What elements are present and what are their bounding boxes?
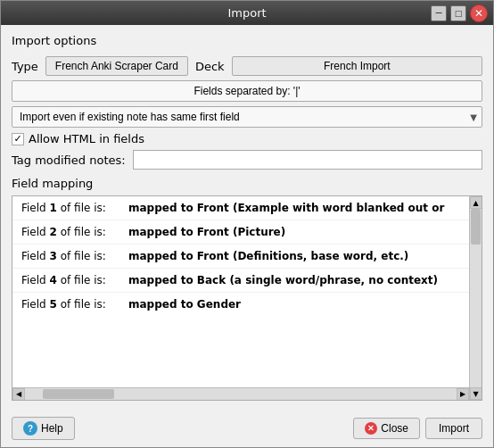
h-scroll-track — [25, 388, 457, 400]
vertical-scrollbar[interactable]: ▲ ▼ — [469, 196, 482, 400]
field-label: Field 4 of file is: — [21, 274, 128, 286]
h-scroll-thumb[interactable] — [43, 389, 114, 399]
duplicate-option-row: Import even if existing note has same fi… — [12, 106, 482, 128]
v-scroll-thumb[interactable] — [471, 209, 481, 245]
help-icon: ? — [23, 421, 37, 436]
maximize-button[interactable]: □ — [450, 5, 466, 21]
title-bar: Import − □ ✕ — [1, 1, 493, 25]
type-label: Type — [12, 60, 38, 73]
field-mapping-row: Field 3 of file is: mapped to Front (Def… — [12, 245, 469, 269]
window-close-button[interactable]: ✕ — [470, 4, 488, 22]
deck-label: Deck — [195, 60, 225, 73]
type-row: Type French Anki Scraper Card Deck Frenc… — [12, 56, 482, 76]
allow-html-label: Allow HTML in fields — [29, 132, 144, 145]
field-mapping-row: Field 1 of file is: mapped to Front (Exa… — [12, 196, 469, 220]
horizontal-scrollbar[interactable]: ◀ ▶ — [12, 387, 469, 400]
allow-html-row: ✓ Allow HTML in fields — [12, 132, 482, 145]
field-mapped-value: mapped to Front (Definitions, base word,… — [128, 250, 408, 262]
deck-value-button[interactable]: French Import — [232, 56, 482, 76]
duplicate-option-select[interactable]: Import even if existing note has same fi… — [12, 106, 482, 128]
field-label: Field 1 of file is: — [21, 202, 128, 214]
import-options-label: Import options — [12, 34, 482, 47]
field-mapping-row: Field 4 of file is: mapped to Back (a si… — [12, 269, 469, 293]
window-body: Import options Type French Anki Scraper … — [1, 25, 493, 410]
scroll-right-arrow[interactable]: ▶ — [457, 388, 469, 401]
help-label: Help — [41, 422, 63, 435]
field-mapping-row: Field 5 of file is: mapped to Gender — [12, 293, 469, 316]
close-label: Close — [381, 422, 408, 435]
field-label: Field 3 of file is: — [21, 250, 128, 262]
import-window: Import − □ ✕ Import options Type French … — [0, 0, 494, 448]
field-mapping-scroll[interactable]: Field 1 of file is: mapped to Front (Exa… — [12, 196, 469, 387]
scroll-up-arrow[interactable]: ▲ — [470, 196, 482, 209]
scroll-left-arrow[interactable]: ◀ — [12, 388, 25, 401]
minimize-button[interactable]: − — [431, 5, 447, 21]
field-mapping-row: Field 2 of file is: mapped to Front (Pic… — [12, 220, 469, 245]
field-mapping-label: Field mapping — [12, 177, 482, 190]
close-dialog-icon: ✕ — [365, 422, 377, 435]
scroll-down-arrow[interactable]: ▼ — [470, 387, 482, 400]
allow-html-checkbox[interactable]: ✓ — [12, 133, 24, 145]
field-mapped-value: mapped to Front (Example with word blank… — [128, 202, 444, 214]
tag-modified-input[interactable] — [133, 150, 482, 170]
field-mapped-value: mapped to Gender — [128, 298, 241, 311]
window-title: Import — [227, 6, 266, 20]
help-button[interactable]: ? Help — [12, 417, 75, 440]
field-mapped-value: mapped to Back (a single word/phrase, no… — [128, 274, 438, 286]
tag-modified-label: Tag modified notes: — [12, 153, 126, 167]
fields-separator-row: Fields separated by: '|' — [12, 80, 482, 102]
title-bar-buttons: − □ ✕ — [431, 4, 488, 22]
field-label: Field 2 of file is: — [21, 226, 128, 238]
field-label: Field 5 of file is: — [21, 298, 128, 311]
tag-modified-row: Tag modified notes: — [12, 150, 482, 170]
close-dialog-button[interactable]: ✕ Close — [353, 418, 420, 439]
import-dialog-button[interactable]: Import — [425, 418, 482, 439]
v-scroll-track — [470, 209, 482, 387]
field-mapped-value: mapped to Front (Picture) — [128, 226, 285, 238]
fields-separator-button[interactable]: Fields separated by: '|' — [12, 80, 482, 102]
import-options-section: Type French Anki Scraper Card Deck Frenc… — [12, 56, 482, 170]
field-mapping-container: Field 1 of file is: mapped to Front (Exa… — [12, 195, 482, 401]
bottom-right-buttons: ✕ Close Import — [353, 418, 482, 439]
bottom-bar: ? Help ✕ Close Import — [1, 410, 493, 447]
type-button[interactable]: French Anki Scraper Card — [45, 56, 188, 76]
